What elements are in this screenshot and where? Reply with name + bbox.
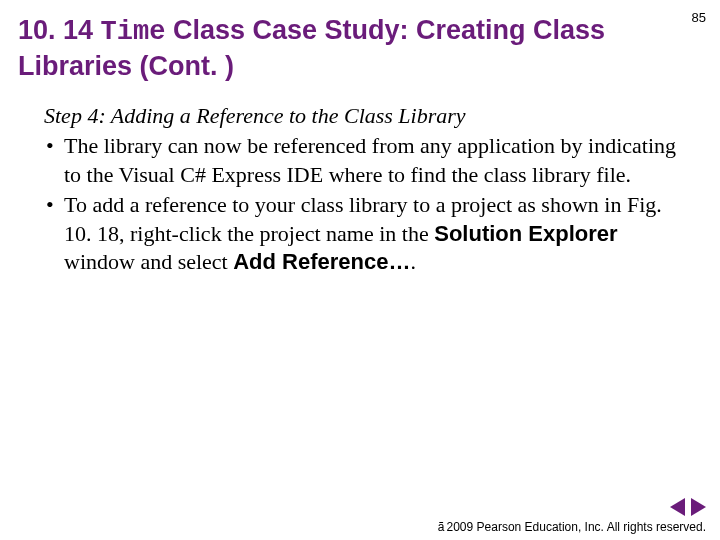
bullet-2-mid: window and select [64, 249, 233, 274]
heading-section-number: 10. 14 [18, 15, 101, 45]
footer: ã 2009 Pearson Education, Inc. All right… [438, 520, 706, 534]
page-number: 85 [692, 10, 706, 25]
solution-explorer-label: Solution Explorer [434, 221, 617, 246]
slide: 85 10. 14 Time Class Case Study: Creatin… [0, 0, 720, 540]
copyright-symbol: ã [438, 520, 445, 534]
heading-time-word: Time [101, 17, 166, 47]
bullet-1-text: The library can now be referenced from a… [64, 133, 676, 187]
bullet-list: The library can now be referenced from a… [44, 132, 688, 277]
prev-arrow-icon[interactable] [670, 498, 685, 516]
slide-heading: 10. 14 Time Class Case Study: Creating C… [18, 14, 702, 84]
slide-body: Step 4: Adding a Reference to the Class … [18, 102, 702, 278]
bullet-item-2: To add a reference to your class library… [44, 191, 688, 277]
next-arrow-icon[interactable] [691, 498, 706, 516]
copyright-text: 2009 Pearson Education, Inc. All rights … [447, 520, 706, 534]
bullet-item-1: The library can now be referenced from a… [44, 132, 688, 189]
nav-arrows [670, 498, 706, 516]
add-reference-label: Add Reference… [233, 249, 410, 274]
bullet-2-post: . [411, 249, 417, 274]
step-title: Step 4: Adding a Reference to the Class … [44, 102, 688, 131]
